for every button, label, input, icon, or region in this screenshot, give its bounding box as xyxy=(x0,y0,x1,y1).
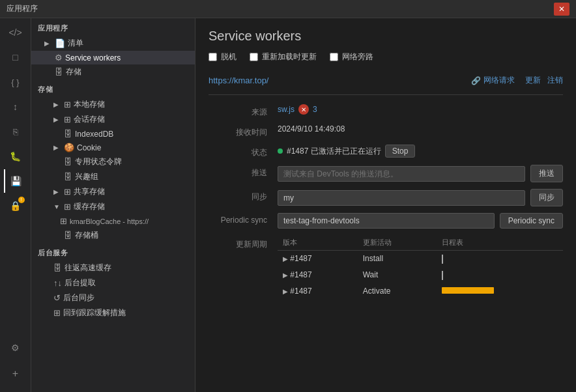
offline-checkbox[interactable]: 脱机 xyxy=(209,51,237,63)
source-link[interactable]: sw.js xyxy=(278,105,295,114)
main-layout: </> □ { } ↕ ⎘ 🐛 💾 🔒 ⚙ + xyxy=(0,18,576,392)
sidebar-item-local-storage[interactable]: ▶ ⊞ 本地存储 xyxy=(31,97,195,112)
version-cell: ▶ #1487 xyxy=(278,283,358,299)
title-bar-title: 应用程序 xyxy=(7,3,554,14)
sidebar-item-background-sync[interactable]: ↺ 后台同步 xyxy=(31,290,195,305)
rail-icon-console[interactable]: □ xyxy=(4,46,27,69)
reload-update-checkbox[interactable]: 重新加载时更新 xyxy=(250,51,317,63)
shared-icon: ⊞ xyxy=(64,187,71,197)
sidebar-section-storage: 存储 xyxy=(31,79,195,97)
row-arrow-icon[interactable]: ▶ xyxy=(283,255,288,262)
received-value: 2024/9/10 14:49:08 xyxy=(278,124,563,133)
cancel-button[interactable]: 注销 xyxy=(547,75,563,86)
sidebar-section-app: 应用程序 xyxy=(31,18,195,36)
rail-icon-add[interactable]: + xyxy=(4,362,27,385)
file-icon: 📄 xyxy=(55,38,65,48)
timeline-bar xyxy=(442,287,494,294)
rail-icon-settings[interactable]: ⚙ xyxy=(4,336,27,359)
url-actions: 🔗 网络请求 更新 注销 xyxy=(467,73,563,88)
sidebar-item-shared-storage[interactable]: ▶ ⊞ 共享存储 xyxy=(31,184,195,199)
received-label: 接收时间 xyxy=(209,124,267,138)
sidebar-item-storage-bucket[interactable]: 🗄 存储桶 xyxy=(31,228,195,243)
sidebar-item-indexeddb[interactable]: 🗄 IndexedDB xyxy=(31,127,195,141)
offline-label: 脱机 xyxy=(221,51,237,63)
sidebar-section-backend: 后台服务 xyxy=(31,243,195,260)
network-bypass-checkbox[interactable]: 网络旁路 xyxy=(330,51,373,63)
close-button[interactable]: ✕ xyxy=(554,3,569,16)
sidebar-item-list[interactable]: ▶ 📄 清单 xyxy=(31,36,195,51)
reload-update-checkbox-input[interactable] xyxy=(250,53,258,61)
activity-cell: Wait xyxy=(358,267,437,283)
sidebar-item-label: 后台提取 xyxy=(65,277,191,288)
sidebar-item-label: 缓存存储 xyxy=(74,201,191,212)
sidebar-item-session-storage[interactable]: ▶ ⊞ 会话存储 xyxy=(31,112,195,127)
sidebar-item-bounce-tracking[interactable]: ⊞ 回到跟踪缓解措施 xyxy=(31,305,195,320)
sidebar-item-storage-top[interactable]: 🗄 存储 xyxy=(31,64,195,79)
sidebar-item-background-fetch[interactable]: ↑↓ 后台提取 xyxy=(31,275,195,290)
table-header-version: 版本 xyxy=(278,235,358,251)
network-requests-button[interactable]: 🔗 网络请求 xyxy=(467,73,519,88)
sidebar-item-back-cache[interactable]: 🗄 往返高速缓存 xyxy=(31,260,195,275)
network-bypass-checkbox-input[interactable] xyxy=(330,53,338,61)
push-button[interactable]: 推送 xyxy=(530,165,563,182)
link-icon: 🔗 xyxy=(471,76,481,85)
periodic-sync-value: Periodic sync xyxy=(278,213,563,229)
sidebar-item-cookie[interactable]: ▶ 🍪 Cookie xyxy=(31,141,195,154)
activity-cell: Activate xyxy=(358,283,437,299)
sidebar-item-label: Service workers xyxy=(65,53,191,63)
error-badge: ✕ xyxy=(298,104,309,115)
push-input-row: 推送 xyxy=(278,165,563,182)
offline-checkbox-input[interactable] xyxy=(209,53,217,61)
arrow-icon: ▶ xyxy=(53,116,61,123)
sync-button[interactable]: 同步 xyxy=(530,189,563,206)
sync-input-row: 同步 xyxy=(278,189,563,206)
timeline-line xyxy=(442,271,443,280)
sync-input[interactable] xyxy=(278,190,525,206)
push-label: 推送 xyxy=(209,165,267,178)
sidebar-item-label: 本地存储 xyxy=(74,99,191,110)
source-label: 来源 xyxy=(209,104,267,118)
sidebar-item-label: 回到跟踪缓解措施 xyxy=(63,307,191,318)
update-cycle-label: 更新周期 xyxy=(209,235,267,250)
rail-icon-sources[interactable]: { } xyxy=(4,70,27,94)
table-row: ▶ #1487 Install xyxy=(278,251,563,267)
row-arrow-icon[interactable]: ▶ xyxy=(283,288,288,295)
version-number: #1487 xyxy=(290,287,311,296)
rail-icon-network[interactable]: ↕ xyxy=(4,95,27,119)
row-arrow-icon[interactable]: ▶ xyxy=(283,272,288,279)
status-value: #1487 已激活并已正在运行 Stop xyxy=(278,145,563,158)
sidebar-item-kmarblogcache[interactable]: ⊞ kmarBlogCache - https:// xyxy=(31,214,195,228)
timeline-cell xyxy=(437,267,563,283)
table-row: ▶ #1487 Wait xyxy=(278,267,563,283)
timeline-cell xyxy=(437,283,563,299)
stop-button[interactable]: Stop xyxy=(385,145,416,158)
sidebar-item-service-workers[interactable]: ⚙ Service workers xyxy=(31,51,195,64)
detail-grid: 来源 sw.js ✕ 3 接收时间 2024/9/10 14:49:08 状态 … xyxy=(209,104,563,299)
title-bar: 应用程序 ✕ xyxy=(0,0,576,18)
sidebar-item-cache-storage[interactable]: ▼ ⊞ 缓存存储 xyxy=(31,199,195,214)
received-time: 2024/9/10 14:49:08 xyxy=(278,124,345,133)
sidebar-item-interest-groups[interactable]: 🗄 兴趣组 xyxy=(31,169,195,184)
periodic-sync-label: Periodic sync xyxy=(209,213,267,225)
sidebar-item-private-token[interactable]: 🗄 专用状态令牌 xyxy=(31,154,195,169)
main-content: Service workers 脱机 重新加载时更新 网络旁路 https://… xyxy=(195,18,576,392)
network-bypass-label: 网络旁路 xyxy=(342,51,373,63)
error-count: 3 xyxy=(313,105,317,114)
arrow-icon: ▶ xyxy=(53,188,61,195)
push-input[interactable] xyxy=(278,166,525,182)
periodic-sync-input[interactable] xyxy=(278,213,495,229)
status-text: #1487 已激活并已正在运行 xyxy=(287,146,381,157)
rail-icon-performance[interactable]: ⎘ xyxy=(4,120,27,143)
sidebar-item-label: 共享存储 xyxy=(74,186,191,197)
status-dot xyxy=(278,148,283,154)
sidebar: 应用程序 ▶ 📄 清单 ⚙ Service workers 🗄 存储 存储 ▶ … xyxy=(31,18,195,392)
rail-icon-application[interactable]: 💾 xyxy=(4,169,27,193)
update-button[interactable]: 更新 xyxy=(525,75,541,86)
periodic-sync-button[interactable]: Periodic sync xyxy=(500,213,563,229)
rail-icon-elements[interactable]: </> xyxy=(4,21,27,44)
timeline-cell xyxy=(437,251,563,267)
rail-icon-security[interactable]: 🔒 xyxy=(4,194,27,217)
rail-icon-memory[interactable]: 🐛 xyxy=(4,145,27,168)
grid-icon: ⊞ xyxy=(60,216,67,226)
sync-value: 同步 xyxy=(278,189,563,206)
